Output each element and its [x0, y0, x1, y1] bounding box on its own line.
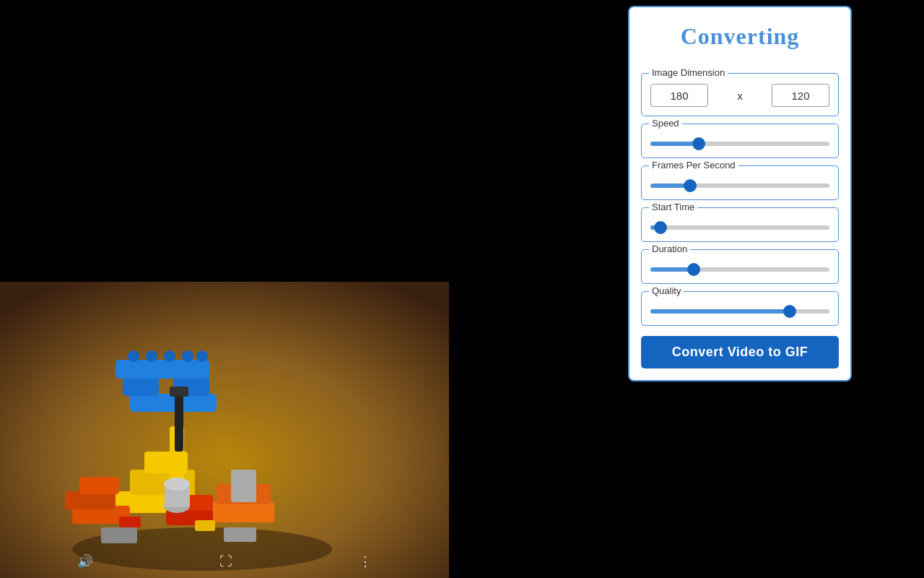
- image-dimension-label: Image Dimension: [649, 67, 728, 78]
- duration-slider[interactable]: [650, 267, 829, 272]
- video-controls-bar: 🔊 ⛶ ⋮: [0, 551, 449, 572]
- svg-point-18: [146, 350, 157, 362]
- svg-rect-29: [231, 470, 256, 502]
- svg-rect-23: [170, 387, 188, 397]
- convert-button[interactable]: Convert Video to GIF: [641, 336, 839, 368]
- conversion-panel: Converting Image Dimension x Speed Frame…: [628, 6, 852, 381]
- dimension-separator: x: [714, 90, 766, 102]
- quality-label: Quality: [649, 285, 684, 296]
- svg-rect-31: [195, 520, 215, 531]
- duration-label: Duration: [649, 243, 690, 254]
- speed-group: Speed: [641, 124, 839, 158]
- svg-rect-27: [224, 527, 256, 542]
- svg-rect-28: [101, 527, 137, 543]
- svg-point-17: [128, 350, 139, 362]
- svg-rect-14: [123, 376, 159, 396]
- start-time-label: Start Time: [649, 202, 697, 212]
- start-time-group: Start Time: [641, 207, 839, 242]
- more-options-icon[interactable]: ⋮: [359, 553, 372, 569]
- panel-title: Converting: [641, 16, 839, 61]
- fps-label: Frames Per Second: [649, 160, 738, 171]
- speed-slider[interactable]: [650, 142, 829, 146]
- fullscreen-icon[interactable]: ⛶: [219, 554, 232, 569]
- speed-label: Speed: [649, 118, 682, 129]
- duration-group: Duration: [641, 249, 839, 284]
- svg-point-21: [196, 350, 208, 362]
- quality-group: Quality: [641, 291, 839, 326]
- svg-rect-16: [116, 360, 209, 379]
- fps-group: Frames Per Second: [641, 165, 839, 200]
- svg-rect-30: [119, 517, 141, 527]
- svg-rect-8: [209, 502, 274, 522]
- video-area: 🔊 ⛶ ⋮: [0, 0, 449, 578]
- fps-slider[interactable]: [650, 184, 829, 188]
- svg-rect-22: [175, 394, 183, 452]
- svg-point-20: [182, 350, 193, 362]
- svg-point-19: [164, 350, 175, 362]
- start-time-slider[interactable]: [650, 225, 829, 230]
- height-input[interactable]: [772, 84, 829, 107]
- svg-rect-7: [79, 477, 119, 494]
- width-input[interactable]: [650, 84, 708, 107]
- volume-icon[interactable]: 🔊: [77, 553, 93, 569]
- image-dimension-group: Image Dimension x: [641, 73, 839, 116]
- svg-point-26: [164, 478, 190, 491]
- quality-slider[interactable]: [650, 309, 829, 314]
- video-frame: [0, 282, 449, 578]
